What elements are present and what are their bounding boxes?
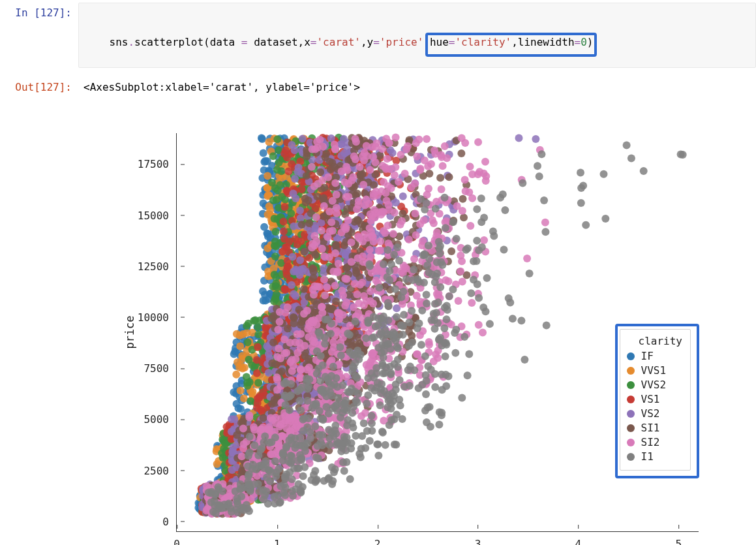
svg-point-4599 bbox=[412, 232, 420, 240]
svg-point-4957 bbox=[297, 407, 305, 414]
svg-point-5346 bbox=[499, 191, 507, 198]
svg-point-3668 bbox=[332, 298, 340, 305]
svg-point-4505 bbox=[333, 204, 340, 212]
svg-point-4253 bbox=[310, 317, 318, 324]
svg-point-4970 bbox=[346, 475, 354, 483]
svg-point-4745 bbox=[458, 134, 466, 142]
svg-point-5057 bbox=[348, 409, 356, 417]
svg-point-945 bbox=[266, 206, 274, 214]
code-input[interactable]: sns.scatterplot(data = dataset,x='carat'… bbox=[78, 3, 756, 68]
svg-point-4828 bbox=[299, 473, 307, 480]
svg-point-5344 bbox=[534, 163, 541, 170]
svg-point-5085 bbox=[360, 420, 368, 428]
svg-point-4698 bbox=[399, 300, 406, 308]
svg-point-5286 bbox=[467, 290, 475, 298]
svg-point-4740 bbox=[468, 299, 476, 307]
svg-point-4235 bbox=[288, 367, 296, 375]
svg-point-4581 bbox=[363, 234, 371, 242]
svg-point-3516 bbox=[298, 221, 306, 228]
svg-point-2553 bbox=[265, 369, 273, 377]
svg-point-4632 bbox=[391, 209, 399, 217]
svg-point-3441 bbox=[290, 313, 297, 321]
svg-point-4964 bbox=[328, 463, 336, 471]
svg-point-5269 bbox=[394, 364, 402, 371]
svg-point-1328 bbox=[245, 320, 252, 328]
svg-point-5309 bbox=[449, 219, 457, 226]
svg-point-4666 bbox=[412, 140, 420, 148]
svg-point-5005 bbox=[281, 392, 289, 399]
svg-point-4887 bbox=[272, 473, 280, 480]
svg-point-404 bbox=[261, 291, 269, 299]
svg-point-4524 bbox=[323, 284, 331, 292]
svg-point-5104 bbox=[324, 375, 332, 383]
svg-point-4482 bbox=[344, 217, 352, 225]
svg-point-3880 bbox=[447, 247, 455, 255]
svg-point-5307 bbox=[482, 308, 490, 316]
input-prompt: In [127]: bbox=[0, 3, 78, 23]
svg-point-4508 bbox=[314, 283, 322, 290]
svg-point-5176 bbox=[395, 257, 403, 265]
svg-point-4699 bbox=[434, 354, 442, 362]
svg-point-5132 bbox=[324, 316, 332, 324]
svg-point-3838 bbox=[359, 170, 367, 178]
svg-point-4564 bbox=[439, 163, 447, 170]
svg-point-390 bbox=[258, 134, 265, 142]
svg-point-5040 bbox=[368, 412, 376, 420]
svg-point-2779 bbox=[291, 175, 299, 183]
svg-point-2137 bbox=[283, 154, 291, 162]
svg-point-5303 bbox=[436, 250, 444, 258]
svg-point-5299 bbox=[451, 349, 459, 357]
svg-point-3683 bbox=[332, 241, 340, 249]
svg-point-4692 bbox=[429, 217, 436, 225]
svg-point-5122 bbox=[344, 330, 352, 337]
svg-point-5123 bbox=[327, 392, 335, 400]
svg-point-3105 bbox=[515, 134, 523, 142]
svg-point-4579 bbox=[405, 236, 413, 243]
svg-point-3106 bbox=[532, 135, 539, 143]
svg-point-4803 bbox=[212, 510, 220, 518]
svg-point-4709 bbox=[420, 217, 428, 225]
svg-point-5074 bbox=[373, 441, 381, 448]
svg-point-5217 bbox=[421, 352, 429, 360]
svg-point-5270 bbox=[399, 322, 407, 330]
svg-point-5087 bbox=[368, 420, 376, 428]
svg-point-4724 bbox=[474, 138, 482, 146]
svg-point-5151 bbox=[379, 429, 387, 437]
svg-point-5007 bbox=[306, 428, 314, 436]
svg-point-1486 bbox=[272, 228, 280, 236]
svg-point-4731 bbox=[466, 222, 474, 230]
svg-point-876 bbox=[264, 172, 271, 180]
svg-point-3291 bbox=[260, 414, 267, 422]
svg-point-5146 bbox=[350, 424, 357, 431]
svg-point-4996 bbox=[304, 385, 312, 393]
svg-point-4181 bbox=[276, 308, 284, 316]
svg-point-4705 bbox=[387, 185, 395, 193]
svg-point-2527 bbox=[228, 416, 235, 424]
svg-point-5222 bbox=[396, 377, 404, 384]
svg-point-5323 bbox=[452, 326, 460, 334]
svg-point-5340 bbox=[526, 270, 534, 277]
y-tick-label: 7500 bbox=[144, 362, 177, 375]
svg-point-4633 bbox=[401, 170, 409, 178]
svg-point-2529 bbox=[229, 447, 237, 455]
svg-point-4689 bbox=[382, 164, 389, 172]
svg-point-216 bbox=[233, 400, 241, 408]
svg-point-1969 bbox=[256, 393, 264, 401]
svg-point-4701 bbox=[369, 153, 377, 161]
svg-point-5137 bbox=[354, 374, 361, 382]
y-tick-label: 0 bbox=[162, 515, 177, 527]
svg-point-5107 bbox=[366, 437, 374, 445]
svg-point-4522 bbox=[320, 276, 328, 284]
svg-point-4778 bbox=[523, 255, 531, 262]
svg-point-4621 bbox=[366, 166, 374, 174]
svg-point-3885 bbox=[459, 195, 467, 203]
svg-point-2877 bbox=[288, 281, 295, 289]
svg-point-3621 bbox=[321, 184, 329, 192]
svg-point-4665 bbox=[421, 157, 429, 164]
svg-point-4647 bbox=[367, 253, 374, 261]
svg-point-4419 bbox=[318, 177, 326, 185]
svg-point-5095 bbox=[352, 318, 359, 326]
svg-point-5226 bbox=[386, 277, 393, 285]
svg-point-5290 bbox=[462, 246, 470, 254]
svg-point-5190 bbox=[402, 275, 410, 283]
